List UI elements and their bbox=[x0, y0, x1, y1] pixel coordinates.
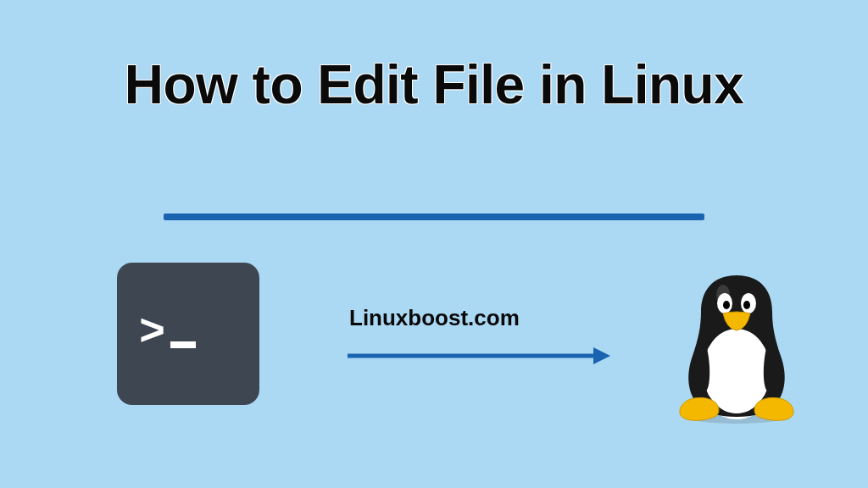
svg-marker-1 bbox=[593, 347, 610, 364]
tux-penguin-icon bbox=[669, 263, 804, 424]
terminal-icon: > bbox=[117, 263, 259, 405]
page-title: How to Edit File in Linux bbox=[112, 51, 756, 119]
title-underline bbox=[164, 214, 704, 220]
svg-point-8 bbox=[723, 301, 730, 309]
website-label: Linuxboost.com bbox=[349, 305, 520, 331]
arrow-right-icon bbox=[348, 346, 610, 366]
terminal-cursor bbox=[170, 341, 196, 348]
svg-point-9 bbox=[743, 301, 750, 309]
terminal-prompt-text: > bbox=[139, 312, 196, 356]
